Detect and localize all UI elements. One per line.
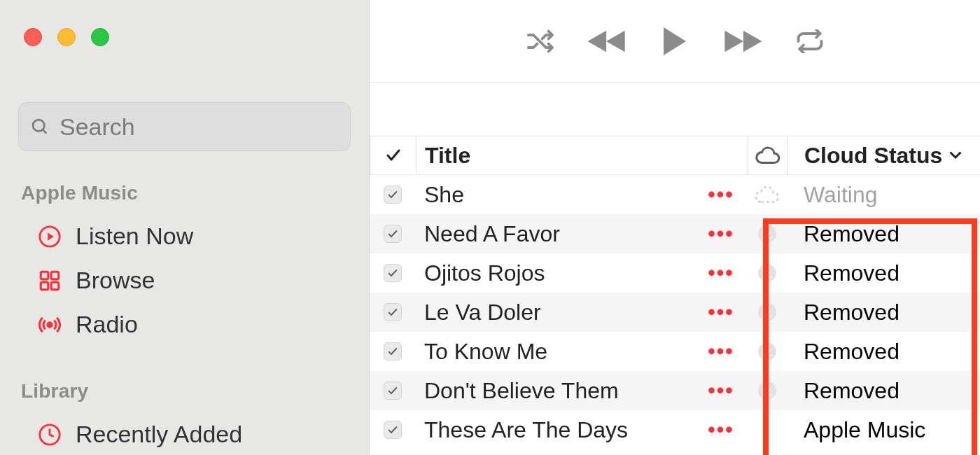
- row-more-button[interactable]: •••: [694, 261, 748, 285]
- ellipsis-icon: •••: [708, 379, 734, 402]
- row-checkbox[interactable]: [370, 303, 416, 321]
- play-circle-icon: [38, 225, 62, 248]
- column-header-cloud-icon[interactable]: [748, 136, 787, 174]
- row-title: Need A Favor: [416, 221, 694, 247]
- row-more-button[interactable]: •••: [694, 222, 748, 246]
- sidebar: Search Apple Music Listen Now Browse Rad…: [0, 0, 370, 455]
- table-row[interactable]: These Are The Days•••Apple Music: [370, 410, 980, 449]
- ellipsis-icon: •••: [708, 183, 734, 206]
- shuffle-button[interactable]: [524, 29, 555, 54]
- row-cloud-icon: [748, 263, 787, 283]
- row-more-button[interactable]: •••: [694, 379, 748, 402]
- row-cloud-status: Waiting: [787, 182, 980, 208]
- ellipsis-icon: •••: [708, 418, 734, 442]
- play-button[interactable]: [660, 24, 690, 58]
- minimize-window-button[interactable]: [57, 28, 76, 46]
- search-container: Search: [18, 102, 351, 151]
- table-header-row: Title Cloud Status: [370, 136, 980, 175]
- svg-rect-4: [51, 272, 59, 279]
- svg-point-0: [33, 120, 44, 131]
- row-checkbox[interactable]: [370, 225, 416, 243]
- sidebar-item-label: Listen Now: [76, 223, 193, 250]
- row-cloud-status: Removed: [787, 221, 980, 247]
- row-cloud-status: Removed: [787, 378, 980, 404]
- row-checkbox[interactable]: [370, 421, 416, 439]
- sidebar-item-label: Radio: [76, 311, 138, 338]
- row-title: To Know Me: [416, 339, 694, 365]
- row-cloud-status: Removed: [787, 260, 980, 286]
- row-cloud-icon: [748, 185, 787, 204]
- svg-point-7: [48, 322, 52, 326]
- table-row[interactable]: She•••Waiting: [370, 175, 980, 214]
- row-title: These Are The Days: [416, 417, 694, 443]
- table-row[interactable]: Don't Believe Them•••Removed: [370, 371, 980, 410]
- window-controls: [0, 28, 369, 46]
- row-more-button[interactable]: •••: [694, 340, 748, 363]
- row-title: Ojitos Rojos: [416, 260, 694, 286]
- table-row[interactable]: Ojitos Rojos•••Removed: [370, 253, 980, 293]
- row-cloud-status: Removed: [787, 339, 980, 365]
- grid-icon: [38, 269, 62, 293]
- row-cloud-icon: [748, 342, 787, 361]
- row-checkbox[interactable]: [370, 186, 416, 204]
- column-header-title[interactable]: Title: [416, 136, 694, 174]
- sidebar-item-browse[interactable]: Browse: [0, 258, 369, 302]
- svg-line-1: [43, 130, 46, 133]
- search-input[interactable]: Search: [18, 102, 351, 151]
- row-checkbox[interactable]: [370, 382, 416, 400]
- row-cloud-status: Apple Music: [787, 417, 980, 443]
- row-cloud-status: Removed: [787, 300, 980, 326]
- table-row[interactable]: To Know Me•••Removed: [370, 332, 980, 371]
- sidebar-item-recently-added[interactable]: Recently Added: [0, 412, 369, 455]
- sidebar-item-label: Browse: [76, 267, 155, 294]
- repeat-button[interactable]: [794, 29, 825, 53]
- songs-table: Title Cloud Status She•••WaitingNeed A F…: [370, 136, 980, 449]
- svg-rect-3: [41, 272, 48, 279]
- cloud-icon: [755, 146, 780, 165]
- next-button[interactable]: [722, 28, 762, 55]
- ellipsis-icon: •••: [708, 222, 734, 246]
- row-checkbox[interactable]: [370, 342, 416, 360]
- table-row[interactable]: Need A Favor•••Removed: [370, 214, 980, 253]
- row-cloud-icon: [748, 224, 787, 244]
- radio-waves-icon: [38, 313, 62, 337]
- row-cloud-icon: [748, 302, 787, 322]
- sidebar-item-radio[interactable]: Radio: [0, 302, 369, 346]
- search-icon: [30, 117, 50, 136]
- svg-rect-5: [41, 282, 48, 290]
- row-more-button[interactable]: •••: [694, 183, 748, 206]
- sidebar-section-library: Library: [0, 374, 369, 412]
- column-header-checked[interactable]: [370, 136, 416, 174]
- sidebar-section-apple-music: Apple Music: [0, 176, 369, 214]
- clock-icon: [38, 423, 62, 447]
- row-more-button[interactable]: •••: [694, 418, 748, 442]
- check-icon: [385, 147, 402, 164]
- row-cloud-icon: [748, 381, 787, 400]
- sidebar-item-listen-now[interactable]: Listen Now: [0, 214, 369, 258]
- row-title: Don't Believe Them: [416, 378, 694, 404]
- ellipsis-icon: •••: [708, 340, 734, 363]
- row-title: Le Va Doler: [416, 300, 694, 326]
- ellipsis-icon: •••: [708, 300, 734, 324]
- close-window-button[interactable]: [24, 28, 42, 46]
- column-header-cloud-status[interactable]: Cloud Status: [787, 136, 980, 174]
- chevron-down-icon: [949, 151, 962, 160]
- maximize-window-button[interactable]: [91, 28, 109, 46]
- main-panel: Title Cloud Status She•••WaitingNeed A F…: [370, 0, 980, 455]
- app-window: Search Apple Music Listen Now Browse Rad…: [0, 0, 980, 455]
- ellipsis-icon: •••: [708, 261, 734, 285]
- row-more-button[interactable]: •••: [694, 300, 748, 324]
- row-title: She: [416, 182, 694, 208]
- songs-view: Title Cloud Status She•••WaitingNeed A F…: [370, 83, 980, 449]
- svg-rect-6: [51, 282, 59, 290]
- sidebar-item-label: Recently Added: [76, 421, 242, 448]
- search-placeholder: Search: [59, 113, 135, 141]
- row-checkbox[interactable]: [370, 264, 416, 282]
- previous-button[interactable]: [587, 28, 628, 55]
- playback-toolbar: [370, 0, 980, 83]
- table-row[interactable]: Le Va Doler•••Removed: [370, 293, 980, 332]
